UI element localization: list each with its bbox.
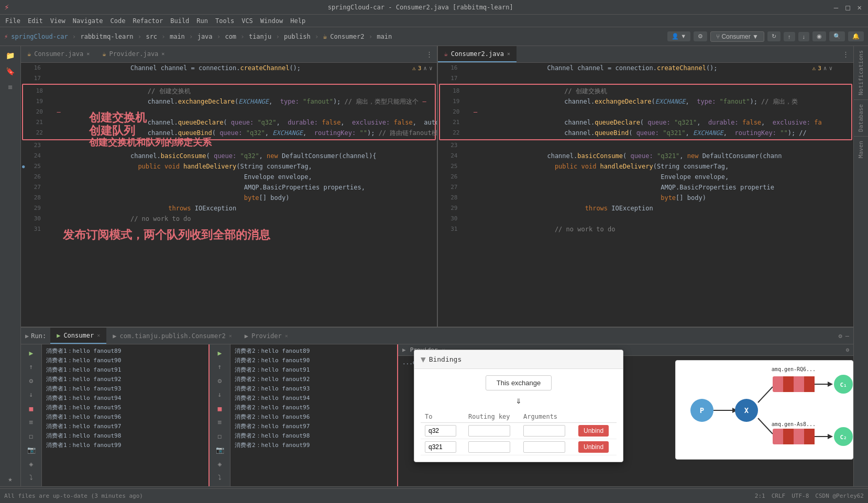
run-pin-btn-2[interactable]: ◻ xyxy=(212,430,228,443)
diagram-q1-label: amq.gen-RQ6... xyxy=(772,366,816,372)
run-wrap-btn-1[interactable]: ⤵ xyxy=(24,472,39,485)
right-editor-scroll[interactable]: 16 Channel channel = connection.createCh… xyxy=(438,63,854,327)
toolbar-breadcrumb-tianju[interactable]: tianju xyxy=(249,33,271,40)
sidebar-bookmark-icon[interactable]: 🔖 xyxy=(2,64,19,79)
run-tab-consumer2[interactable]: ▶ com.tianju.publish.Consumer2 ✕ xyxy=(106,328,238,344)
menu-tools[interactable]: Tools xyxy=(212,16,237,26)
tab-provider-java[interactable]: ☕ Provider.java ✕ xyxy=(96,46,171,62)
menu-refactor[interactable]: Refactor xyxy=(129,16,166,26)
run-play-btn-2[interactable]: ▶ xyxy=(212,346,228,360)
caret-up-left[interactable]: ∧ xyxy=(423,65,427,72)
unbind-q32-button[interactable]: Unbind xyxy=(578,425,609,437)
consumer-java-close[interactable]: ✕ xyxy=(86,51,90,57)
tab-consumer2-java[interactable]: ☕ Consumer2.java ✕ xyxy=(438,46,517,62)
binding-args-q32[interactable] xyxy=(523,425,565,437)
run-camera-btn-2[interactable]: 📷 xyxy=(212,444,228,457)
toolbar-breadcrumb-src[interactable]: src xyxy=(146,33,157,40)
menu-navigate[interactable]: Navigate xyxy=(70,16,106,26)
menu-edit[interactable]: Edit xyxy=(25,16,46,26)
provider-settings[interactable]: ⚙ xyxy=(845,346,849,353)
menu-build[interactable]: Build xyxy=(167,16,192,26)
run-tab-consumer-close[interactable]: ✕ xyxy=(97,332,100,338)
sidebar-maven[interactable]: Maven xyxy=(856,137,865,162)
caret-up-right[interactable]: ∧ xyxy=(823,65,827,72)
sidebar-structure-icon[interactable]: ≡ xyxy=(2,80,19,94)
binding-args-q321[interactable] xyxy=(523,441,565,453)
run-play-btn-1[interactable]: ▶ xyxy=(24,346,39,360)
run-tab-settings[interactable]: ⚙ — xyxy=(834,328,853,344)
search-everywhere-btn[interactable]: 🔍 xyxy=(829,31,845,41)
consumer2-java-close[interactable]: ✕ xyxy=(507,51,510,57)
update-btn[interactable]: ↻ xyxy=(767,31,781,41)
run-extra-btn-2[interactable]: ◈ xyxy=(212,457,228,471)
menu-vcs[interactable]: VCS xyxy=(238,16,256,26)
menu-code[interactable]: Code xyxy=(107,16,129,26)
toolbar-breadcrumb-java[interactable]: java xyxy=(197,33,213,40)
sidebar-notifications[interactable]: Notifications xyxy=(856,46,865,99)
toolbar-breadcrumb-consumer2[interactable]: Consumer2 xyxy=(330,33,364,40)
run-up-btn-1[interactable]: ↑ xyxy=(24,361,39,374)
toolbar-breadcrumb-rabbitmq[interactable]: rabbitmq-learn xyxy=(80,33,133,40)
caret-down-right[interactable]: ∨ xyxy=(829,65,832,72)
diagram-c1-label: C₁ xyxy=(840,382,847,388)
run-profile-btn[interactable]: 👤 ▼ xyxy=(667,31,690,41)
menu-window[interactable]: Window xyxy=(257,16,286,26)
close-button[interactable]: ✕ xyxy=(855,3,864,12)
menu-help[interactable]: Help xyxy=(287,16,309,26)
notifications-btn[interactable]: 🔔 xyxy=(848,31,864,41)
run-file-btn-2[interactable]: ≡ xyxy=(212,416,228,429)
unbind-q321-button[interactable]: Unbind xyxy=(578,441,609,453)
run-tab-consumer2-close[interactable]: ✕ xyxy=(229,333,232,339)
queue-bot-3 xyxy=(794,429,804,444)
binding-to-q321[interactable] xyxy=(425,441,456,453)
provider-java-close[interactable]: ✕ xyxy=(161,51,164,57)
run-config-btn[interactable]: ⚙ xyxy=(694,31,707,41)
run-stop-btn-2[interactable]: ■ xyxy=(212,402,228,415)
run-settings-btn-1[interactable]: ⚙ xyxy=(24,374,39,387)
console-pane-1[interactable]: 消费者1：hello fanout89消费者1：hello fanout90消费… xyxy=(42,344,210,486)
binding-routing-key-q321[interactable] xyxy=(468,441,510,453)
toolbar-breadcrumb-publish[interactable]: publish xyxy=(284,33,311,40)
branch-selector[interactable]: ⑂ Consumer ▼ xyxy=(710,31,764,42)
sidebar-favorites-icon[interactable]: ★ xyxy=(2,472,19,486)
run-stop-btn-1[interactable]: ■ xyxy=(24,402,39,415)
this-exchange-button[interactable]: This exchange xyxy=(486,375,552,390)
menu-file[interactable]: File xyxy=(2,16,24,26)
consumer-java-icon: ☕ xyxy=(27,50,31,58)
run-camera-btn-1[interactable]: 📷 xyxy=(24,444,39,457)
run-settings-btn-2[interactable]: ⚙ xyxy=(212,374,228,387)
toolbar-breadcrumb-main[interactable]: main xyxy=(170,33,185,40)
run-extra2-btn-2[interactable]: ⤵ xyxy=(212,472,228,485)
run-tab-more[interactable]: — xyxy=(845,332,849,340)
binding-to-q32[interactable] xyxy=(425,425,456,437)
tab-more-right[interactable]: ⋮ xyxy=(838,46,853,62)
push-btn[interactable]: ↑ xyxy=(784,32,795,41)
run-up-btn-2[interactable]: ↑ xyxy=(212,361,228,374)
run-pin-btn-1[interactable]: ◻ xyxy=(24,430,39,443)
history-btn[interactable]: ◉ xyxy=(812,31,826,41)
run-tab-consumer[interactable]: ▶ Consumer ✕ xyxy=(50,328,106,344)
maximize-button[interactable]: □ xyxy=(843,3,852,12)
toolbar-breadcrumb-com[interactable]: com xyxy=(225,33,236,40)
run-down-btn-2[interactable]: ↓ xyxy=(212,388,228,401)
menu-run[interactable]: Run xyxy=(193,16,211,26)
caret-down-left[interactable]: ∨ xyxy=(429,65,433,72)
binding-routing-key-q32[interactable] xyxy=(468,425,510,437)
run-tab-provider[interactable]: ▶ Provider ✕ xyxy=(238,328,294,344)
toolbar-breadcrumb-main2[interactable]: main xyxy=(377,33,392,40)
tab-consumer-java[interactable]: ☕ Consumer.java ✕ xyxy=(21,46,96,62)
run-tab-provider-close[interactable]: ✕ xyxy=(285,333,288,339)
bindings-collapse-icon[interactable]: ▼ xyxy=(421,354,426,364)
left-editor-scroll[interactable]: 16 Channel channel = connection.createCh… xyxy=(21,63,437,327)
console-pane-2[interactable]: 消费者2：hello fanout89消费者2：hello fanout90消费… xyxy=(230,344,398,486)
run-file-btn-1[interactable]: ≡ xyxy=(24,416,39,429)
run-down-btn-1[interactable]: ↓ xyxy=(24,388,39,401)
minimize-button[interactable]: — xyxy=(832,3,840,12)
sidebar-database[interactable]: Database xyxy=(856,100,865,136)
toolbar-project[interactable]: springCloud-car xyxy=(11,33,68,40)
run-extra-btn-1[interactable]: ◈ xyxy=(24,457,39,471)
tab-more-left[interactable]: ⋮ xyxy=(422,46,437,62)
menu-view[interactable]: View xyxy=(47,16,69,26)
sidebar-project-icon[interactable]: 📁 xyxy=(2,48,19,63)
pull-btn[interactable]: ↓ xyxy=(798,32,810,41)
